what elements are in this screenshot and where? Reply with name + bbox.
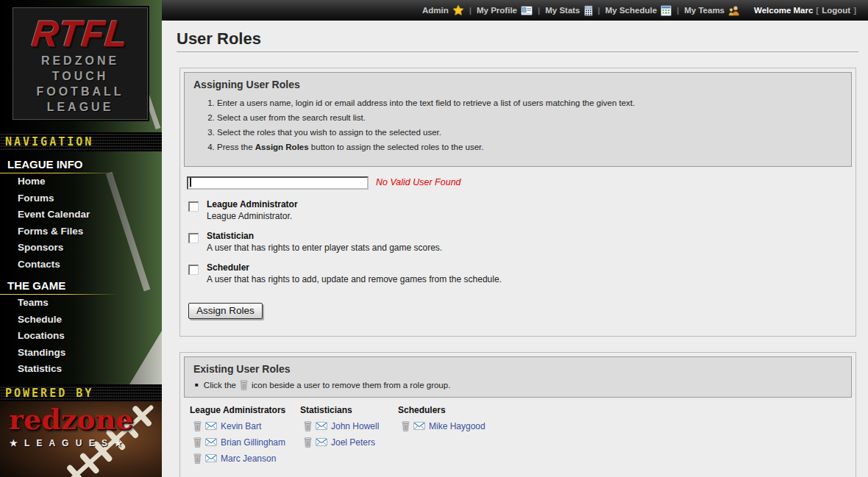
role-option-league-administrator: League Administrator League Administrato… <box>187 199 849 221</box>
instruction-step: Select the roles that you wish to assign… <box>217 127 842 138</box>
member-row: Kevin Bart <box>193 421 300 431</box>
rtfl-logo: RTFL REDZONE TOUCH FOOTBALL LEAGUE <box>13 7 148 120</box>
remove-user-bin-icon[interactable] <box>193 437 202 448</box>
member-name-link[interactable]: Joel Peters <box>331 437 375 448</box>
role-description: A user that has rights to add, update an… <box>207 274 502 284</box>
assign-instructions-list: Enter a users name, login id or email ad… <box>193 98 842 153</box>
star-icon <box>452 4 464 16</box>
topbar-item-my-profile[interactable]: My Profile <box>477 6 533 15</box>
logout-bracket: ] <box>853 6 856 15</box>
topbar-item-my-stats[interactable]: My Stats <box>545 5 592 16</box>
calculator-icon <box>584 5 593 16</box>
member-name-link[interactable]: Marc Jeanson <box>221 453 276 464</box>
vcard-icon <box>521 6 533 15</box>
sidebar-item-forms-files[interactable]: Forms & Files <box>7 223 162 240</box>
group-title: Statisticians <box>300 405 398 415</box>
member-row: Brian Gillingham <box>193 437 300 448</box>
sidebar: RTFL REDZONE TOUCH FOOTBALL LEAGUE NAVIG… <box>0 0 162 477</box>
email-user-icon[interactable] <box>316 438 327 446</box>
assign-roles-section: Assigning User Roles Enter a users name,… <box>179 68 856 337</box>
email-user-icon[interactable] <box>316 422 327 430</box>
group-league-administrators: League Administrators Kevin Bart Brian G… <box>190 405 300 464</box>
nav-section-the-game: THE GAME <box>7 279 162 295</box>
rtfl-logo-line: REDZONE <box>13 53 147 68</box>
rtfl-logo-line: LEAGUE <box>13 99 147 115</box>
main-content: User Roles Assigning User Roles Enter a … <box>162 21 868 477</box>
navigation-marquee: NAVIGATION <box>0 132 162 151</box>
remove-user-bin-icon[interactable] <box>193 453 202 464</box>
remove-user-bin-icon[interactable] <box>193 421 202 431</box>
sidebar-item-forums[interactable]: Forums <box>7 190 162 207</box>
email-user-icon[interactable] <box>205 422 217 430</box>
logout-bracket: [ <box>816 6 819 15</box>
statistician-checkbox[interactable] <box>188 233 199 243</box>
redzone-brand-name: redzone <box>9 403 134 436</box>
member-name-link[interactable]: John Howell <box>331 421 379 431</box>
topbar-separator: | <box>469 6 472 15</box>
sidebar-item-standings[interactable]: Standings <box>7 345 162 362</box>
remove-user-bin-icon[interactable] <box>304 421 312 431</box>
instruction-step: Enter a users name, login id or email ad… <box>217 98 842 109</box>
sidebar-item-contacts[interactable]: Contacts <box>7 257 162 273</box>
instruction-step: Select a user from the search result lis… <box>217 112 842 123</box>
text-caret <box>190 178 191 187</box>
email-user-icon[interactable] <box>205 454 217 462</box>
role-option-scheduler: Scheduler A user that has rights to add,… <box>187 262 849 284</box>
remove-user-bin-icon[interactable] <box>304 437 312 448</box>
topbar-item-admin[interactable]: Admin <box>422 4 464 16</box>
redzone-brand-sub: ★ L E A G U E S ★ <box>10 438 124 448</box>
member-row: John Howell <box>304 421 398 431</box>
welcome-message: Welcome Marc <box>754 6 813 15</box>
sidebar-item-teams[interactable]: Teams <box>7 295 162 312</box>
logout-link[interactable]: Logout <box>822 6 850 15</box>
email-user-icon[interactable] <box>413 422 425 430</box>
sidebar-item-sponsors[interactable]: Sponsors <box>7 240 162 257</box>
trash-bin-icon <box>240 380 248 390</box>
existing-roles-section: Existing User Roles ■ Click the icon bes… <box>179 352 856 477</box>
role-description: A user that has rights to enter player s… <box>207 243 442 253</box>
remove-user-bin-icon[interactable] <box>402 421 410 431</box>
sidebar-item-statistics[interactable]: Statistics <box>7 361 162 378</box>
group-title: League Administrators <box>190 405 300 415</box>
sidebar-item-home[interactable]: Home <box>7 173 162 190</box>
existing-roles-header-panel: Existing User Roles ■ Click the icon bes… <box>184 356 852 398</box>
remove-role-note: ■ Click the icon beside a user to remove… <box>195 380 842 390</box>
existing-section-heading: Existing User Roles <box>193 363 842 375</box>
assign-section-heading: Assigning User Roles <box>193 79 842 90</box>
member-name-link[interactable]: Brian Gillingham <box>221 437 285 448</box>
assign-roles-form: No Valid User Found League Administrator… <box>184 167 852 332</box>
sidebar-navigation: LEAGUE INFO Home Forums Event Calendar F… <box>0 151 162 384</box>
rtfl-logo-line: FOOTBALL <box>13 84 147 99</box>
sidebar-item-locations[interactable]: Locations <box>7 328 162 345</box>
nav-section-league-info: LEAGUE INFO <box>7 158 162 173</box>
instruction-step: Press the Assign Roles button to assign … <box>217 142 842 153</box>
top-bar: Admin | My Profile | My Stats | My Sched… <box>162 0 868 21</box>
role-option-statistician: Statistician A user that has rights to e… <box>187 231 849 253</box>
sidebar-item-schedule[interactable]: Schedule <box>7 312 162 329</box>
topbar-separator: | <box>598 6 600 15</box>
member-row: Marc Jeanson <box>193 453 300 464</box>
topbar-item-my-teams[interactable]: My Teams <box>684 5 739 16</box>
role-name: League Administrator <box>207 199 298 209</box>
scheduler-checkbox[interactable] <box>188 265 199 275</box>
topbar-separator: | <box>677 6 679 15</box>
email-user-icon[interactable] <box>205 438 217 446</box>
rtfl-logo-acronym: RTFL <box>11 15 149 53</box>
topbar-item-my-schedule[interactable]: My Schedule <box>605 5 672 16</box>
sidebar-item-event-calendar[interactable]: Event Calendar <box>7 207 162 223</box>
group-statisticians: Statisticians John Howell Joel Peters <box>300 405 398 464</box>
member-name-link[interactable]: Mike Haygood <box>429 421 485 431</box>
assign-roles-button[interactable]: Assign Roles <box>188 303 263 319</box>
user-search-input[interactable] <box>187 176 369 190</box>
member-row: Joel Peters <box>304 437 398 448</box>
powered-by-marquee: POWERED BY <box>0 384 162 401</box>
square-bullet: ■ <box>195 381 199 388</box>
group-schedulers: Schedulers Mike Haygood <box>398 405 485 464</box>
rtfl-logo-line: TOUCH <box>13 68 147 84</box>
existing-roles-groups: League Administrators Kevin Bart Brian G… <box>184 398 852 474</box>
role-name: Scheduler <box>207 262 502 273</box>
role-name: Statistician <box>207 231 442 241</box>
league-administrator-checkbox[interactable] <box>188 201 199 212</box>
member-name-link[interactable]: Kevin Bart <box>221 421 261 431</box>
user-group-icon <box>728 5 739 16</box>
